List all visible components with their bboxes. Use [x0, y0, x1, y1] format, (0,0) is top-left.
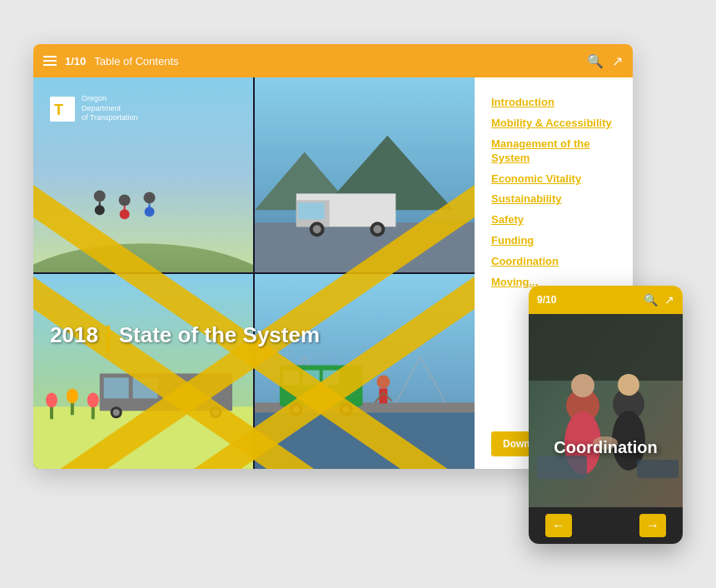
scene: 1/10 Table of Contents 🔍 ↗ [33, 44, 683, 544]
svg-point-6 [119, 194, 131, 206]
svg-rect-71 [537, 456, 587, 479]
svg-rect-32 [133, 377, 158, 398]
mobile-back-button[interactable]: ← [545, 514, 572, 537]
browser-toolbar: 1/10 Table of Contents 🔍 ↗ [33, 44, 633, 77]
svg-point-3 [94, 190, 106, 202]
svg-point-21 [373, 225, 381, 233]
toolbar-icons: 🔍 ↗ [587, 53, 623, 69]
svg-point-27 [67, 388, 78, 403]
toc-item-funding[interactable]: Funding [491, 232, 616, 250]
toc-item-coordination[interactable]: Coordination [491, 253, 616, 271]
photo-train [33, 274, 253, 469]
odot-logo: T Oregon Department of Transportation [50, 94, 138, 123]
mobile-forward-button[interactable]: → [639, 514, 666, 537]
svg-point-34 [113, 409, 120, 416]
svg-rect-45 [283, 371, 300, 386]
svg-rect-38 [255, 406, 475, 469]
toolbar-title: Table of Contents [94, 55, 579, 67]
hamburger-icon[interactable] [43, 56, 57, 66]
mobile-search-icon[interactable]: 🔍 [644, 293, 658, 306]
mobile-content: Coordination [529, 314, 683, 507]
cover-title: 2018 State of the System [50, 322, 458, 352]
logo-mark: T [50, 97, 75, 122]
svg-point-25 [46, 392, 57, 407]
svg-point-19 [313, 225, 321, 233]
photo-bus [255, 274, 475, 469]
mobile-external-icon[interactable]: ↗ [664, 293, 674, 306]
svg-point-49 [293, 406, 300, 412]
svg-point-9 [143, 192, 155, 203]
cover-subtitle: State of the System [119, 322, 320, 347]
svg-point-69 [618, 374, 639, 396]
svg-text:T: T [54, 102, 63, 118]
toc-item-introduction[interactable]: Introduction [491, 94, 616, 112]
toc-item-economic[interactable]: Economic Vitality [491, 171, 616, 188]
mobile-page-title: Coordination [554, 438, 657, 456]
svg-rect-17 [298, 202, 325, 219]
photo-grid [33, 77, 475, 469]
logo-text: Oregon Department of Transportation [82, 94, 138, 123]
svg-rect-31 [104, 377, 129, 398]
svg-point-29 [87, 392, 99, 407]
toc-item-mobility[interactable]: Mobility & Accessibility [491, 115, 616, 132]
svg-rect-63 [529, 314, 683, 381]
svg-point-51 [343, 406, 350, 412]
svg-point-36 [212, 409, 219, 416]
cover-title-divider [107, 326, 110, 352]
toc-item-management[interactable]: Management of the System [491, 136, 616, 167]
svg-rect-14 [255, 222, 475, 272]
svg-rect-47 [323, 371, 340, 386]
mobile-nav-bar: ← → [529, 507, 683, 544]
svg-point-52 [376, 375, 390, 388]
mobile-cover-bg: Coordination [529, 314, 683, 507]
svg-point-66 [571, 374, 594, 397]
toc-item-sustainability[interactable]: Sustainability [491, 191, 616, 208]
mobile-page-counter: 9/10 [537, 294, 637, 306]
svg-rect-72 [637, 460, 679, 478]
toc-item-safety[interactable]: Safety [491, 212, 616, 229]
photo-truck [255, 77, 475, 272]
page-counter: 1/10 [65, 55, 86, 67]
cover-year: 2018 [50, 322, 98, 347]
mobile-title-overlay: Coordination [529, 438, 683, 457]
mobile-device: 9/10 🔍 ↗ [529, 286, 683, 544]
mobile-toolbar: 9/10 🔍 ↗ [529, 286, 683, 314]
external-link-icon[interactable]: ↗ [612, 53, 623, 69]
svg-rect-46 [303, 371, 320, 386]
cover-panel: T Oregon Department of Transportation 20… [33, 77, 475, 469]
search-icon[interactable]: 🔍 [587, 53, 604, 69]
